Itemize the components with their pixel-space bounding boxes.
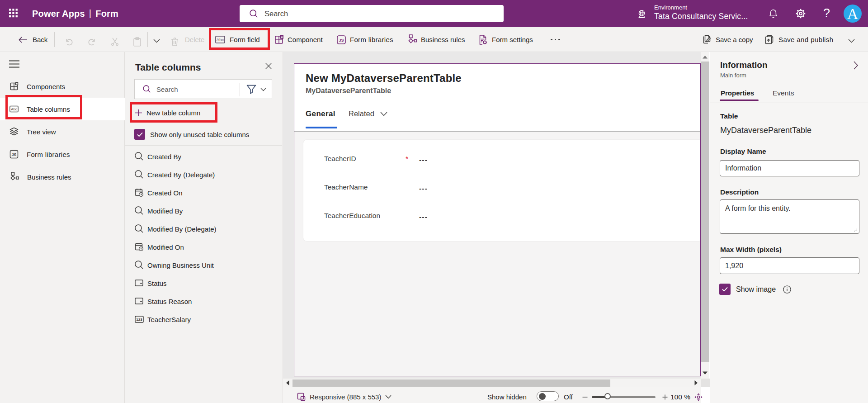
svg-text:123: 123 — [136, 318, 142, 322]
svg-text:JS: JS — [339, 38, 344, 42]
svg-text:JS: JS — [12, 152, 17, 157]
